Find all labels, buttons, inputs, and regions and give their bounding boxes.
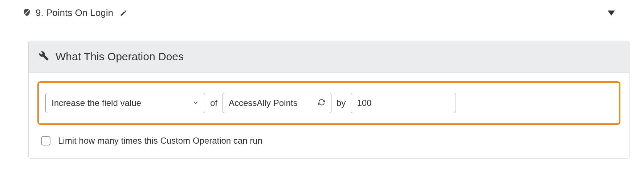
collapse-caret-icon[interactable] xyxy=(608,11,615,16)
limit-label: Limit how many times this Custom Operati… xyxy=(58,136,262,146)
header-left-group: 9. Points On Login xyxy=(23,7,127,19)
refresh-icon[interactable] xyxy=(314,98,325,108)
edit-title-button[interactable] xyxy=(120,9,127,17)
panel-title: What This Operation Does xyxy=(56,50,184,63)
action-select-value: Increase the field value xyxy=(52,98,141,108)
field-select[interactable]: AccessAlly Points xyxy=(223,93,331,113)
shield-icon xyxy=(23,8,31,18)
action-select[interactable]: Increase the field value xyxy=(45,93,205,113)
join-text-of: of xyxy=(209,98,219,108)
limit-checkbox[interactable] xyxy=(41,136,50,145)
panel-header: What This Operation Does xyxy=(29,41,629,73)
header-title: 9. Points On Login xyxy=(36,7,113,19)
wrench-icon xyxy=(39,51,49,62)
operation-panel: What This Operation Does Increase the fi… xyxy=(28,41,629,159)
field-select-value: AccessAlly Points xyxy=(229,98,297,108)
limit-row: Limit how many times this Custom Operati… xyxy=(37,125,620,149)
collapsible-header[interactable]: 9. Points On Login xyxy=(0,0,644,26)
value-input[interactable] xyxy=(351,93,456,113)
panel-body: Increase the field value of AccessAlly P… xyxy=(29,73,629,158)
operation-container: 9. Points On Login What This Operation D… xyxy=(0,0,644,159)
join-text-by: by xyxy=(335,98,347,108)
operation-highlight: Increase the field value of AccessAlly P… xyxy=(37,81,620,125)
chevron-down-icon xyxy=(189,98,199,108)
